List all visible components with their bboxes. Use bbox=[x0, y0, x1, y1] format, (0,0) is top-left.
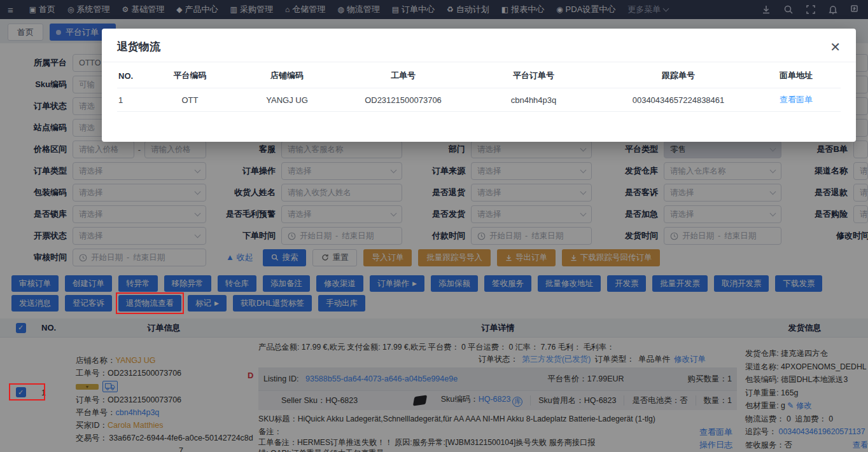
view-label-link-modal[interactable]: 查看面单 bbox=[780, 95, 813, 104]
mcol-ticket-no: 工单号 bbox=[344, 64, 462, 88]
mcol-platform-order-no: 平台订单号 bbox=[462, 64, 605, 88]
mcol-platform-code: 平台编码 bbox=[150, 64, 230, 88]
mcol-shop-code: 店铺编码 bbox=[230, 64, 344, 88]
close-icon[interactable]: ✕ bbox=[830, 41, 841, 53]
mcol-no: NO. bbox=[117, 64, 150, 88]
modal-table-row: 1 OTT YANGJ UG OD23121500073706 cbn4hh4p… bbox=[117, 88, 841, 112]
mcol-label-address: 面单地址 bbox=[752, 64, 841, 88]
mcol-tracking-no: 跟踪单号 bbox=[605, 64, 752, 88]
return-logistics-table: NO. 平台编码 店铺编码 工单号 平台订单号 跟踪单号 面单地址 1 OTT … bbox=[117, 64, 841, 112]
return-logistics-modal: 退货物流 ✕ NO. 平台编码 店铺编码 工单号 平台订单号 跟踪单号 面单地址… bbox=[102, 29, 856, 142]
modal-title: 退货物流 bbox=[117, 39, 160, 54]
